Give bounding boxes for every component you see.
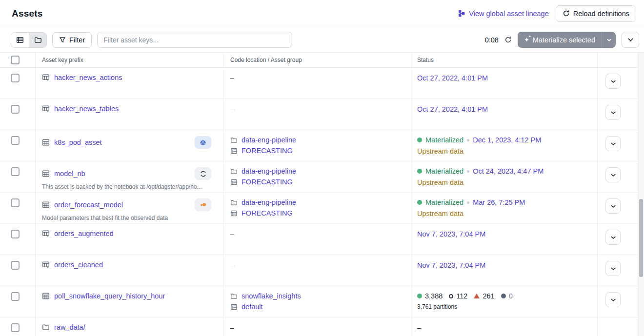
status-date-link[interactable]: Mar 26, 7:25 PM	[473, 198, 525, 206]
table-row: hacker_news_actions – Oct 27, 2022, 4:01…	[0, 68, 644, 99]
row-actions-chevron-button[interactable]	[605, 261, 621, 276]
partition-counts: 3,388 112 261 0	[417, 292, 597, 300]
row-checkbox[interactable]	[11, 323, 20, 332]
row-checkbox[interactable]	[11, 292, 20, 301]
column-status: Status	[417, 57, 434, 63]
status-date-link[interactable]: Nov 7, 2023, 7:04 PM	[417, 230, 485, 238]
table-view-button[interactable]	[11, 33, 29, 47]
table-row: orders_cleaned – Nov 7, 2023, 7:04 PM	[0, 255, 644, 286]
asset-group-link[interactable]: FORECASTING	[242, 209, 293, 217]
filter-button[interactable]: Filter	[52, 32, 92, 48]
row-actions-chevron-button[interactable]	[605, 198, 621, 214]
materialize-split-button: ✦ Materialize selected	[518, 32, 616, 48]
code-location-link[interactable]: snowflake_insights	[242, 292, 301, 300]
asset-link[interactable]: hacker_news_actions	[54, 74, 122, 81]
separator-dot-icon	[467, 201, 469, 204]
kubernetes-icon: ☸	[195, 136, 211, 149]
noteable-dots-icon	[195, 198, 211, 211]
folder-icon	[230, 137, 238, 144]
folder-icon	[230, 199, 238, 206]
status-label: Materialized	[425, 136, 463, 144]
asset-link[interactable]: k8s_pod_asset	[54, 138, 102, 146]
reload-icon	[563, 10, 570, 17]
filter-funnel-icon	[59, 37, 66, 43]
search-input[interactable]	[97, 32, 292, 48]
asset-link[interactable]: orders_cleaned	[54, 261, 103, 269]
missing-count: 0	[501, 292, 513, 300]
table-row: hacker_news_tables – Oct 27, 2022, 4:01 …	[0, 99, 644, 130]
asset-group-table-icon	[42, 230, 50, 237]
asset-link[interactable]: model_nb	[54, 170, 85, 178]
filter-button-label: Filter	[69, 36, 85, 44]
row-actions-chevron-button[interactable]	[605, 167, 621, 182]
column-code-location: Code location / Asset group	[230, 57, 302, 63]
code-location-empty: –	[230, 261, 234, 269]
row-checkbox[interactable]	[11, 74, 20, 82]
materialized-dot-icon	[417, 294, 422, 298]
failed-triangle-icon	[474, 294, 480, 298]
row-actions-chevron-button[interactable]	[605, 136, 621, 151]
row-actions-chevron-button[interactable]	[605, 74, 621, 89]
assets-page: Assets View global asset lineage	[0, 0, 644, 336]
row-checkbox[interactable]	[11, 167, 20, 176]
asset-group-link[interactable]: default	[242, 303, 263, 311]
upstream-data-note: Upstream data	[417, 147, 597, 155]
asset-link[interactable]: order_forecast_model	[54, 201, 123, 209]
lineage-link-label: View global asset lineage	[469, 10, 548, 18]
row-actions-chevron-button[interactable]	[605, 105, 621, 120]
asset-group-link[interactable]: FORECASTING	[242, 178, 293, 186]
row-checkbox[interactable]	[11, 198, 20, 207]
row-checkbox[interactable]	[11, 136, 20, 145]
asset-link[interactable]: hacker_news_tables	[54, 105, 119, 113]
status-empty: –	[417, 324, 421, 332]
missing-dot-icon	[501, 294, 506, 298]
code-location-link[interactable]: data-eng-pipeline	[242, 136, 296, 144]
materialize-button-label: Materialize selected	[533, 36, 595, 44]
status-date-link[interactable]: Dec 1, 2023, 4:12 PM	[473, 136, 541, 144]
assets-toolbar: Filter 0:08 ✦ Materialize selected	[0, 27, 644, 52]
select-all-checkbox[interactable]	[11, 56, 20, 64]
assets-table: Asset key prefix Code location / Asset g…	[0, 52, 644, 336]
status-date-link[interactable]: Oct 27, 2022, 4:01 PM	[417, 105, 488, 113]
folder-view-button[interactable]	[29, 33, 46, 47]
row-checkbox[interactable]	[11, 261, 20, 270]
separator-dot-icon	[467, 139, 469, 141]
status-date-link[interactable]: Nov 7, 2023, 7:04 PM	[417, 261, 485, 269]
materialize-selected-button[interactable]: ✦ Materialize selected	[518, 32, 602, 48]
materialized-dot-icon	[417, 200, 422, 205]
asset-table-icon	[42, 138, 50, 146]
asset-link[interactable]: poll_snowflake_query_history_hour	[54, 292, 165, 300]
scrollbar-thumb[interactable]	[639, 199, 643, 277]
asset-table-icon	[42, 201, 50, 209]
lineage-graph-icon	[458, 10, 465, 17]
observed-count: 112	[449, 292, 467, 300]
page-header: Assets View global asset lineage	[0, 0, 644, 27]
materialize-sparkle-icon: ✦	[524, 37, 529, 43]
asset-group-table-icon	[42, 261, 50, 269]
asset-group-icon	[230, 147, 238, 155]
status-date-link[interactable]: Oct 27, 2022, 4:01 PM	[417, 74, 488, 82]
row-actions-chevron-button[interactable]	[605, 292, 621, 307]
toolbar-more-chevron-button[interactable]	[622, 32, 639, 48]
asset-description: This asset is backed by the notebook at …	[42, 183, 211, 190]
row-checkbox[interactable]	[11, 230, 20, 238]
asset-group-icon	[230, 210, 238, 217]
row-checkbox[interactable]	[11, 105, 20, 114]
view-global-asset-lineage-link[interactable]: View global asset lineage	[458, 10, 548, 18]
asset-group-link[interactable]: FORECASTING	[242, 147, 293, 155]
code-location-empty: –	[230, 230, 234, 238]
refresh-icon[interactable]	[504, 36, 512, 43]
code-location-empty: –	[230, 324, 234, 332]
materialize-options-caret[interactable]	[602, 32, 616, 48]
reload-definitions-button[interactable]: Reload definitions	[556, 5, 636, 22]
code-location-link[interactable]: data-eng-pipeline	[242, 167, 296, 175]
asset-link[interactable]: raw_data/	[54, 323, 85, 331]
asset-table-icon	[42, 170, 50, 178]
asset-link[interactable]: orders_augmented	[54, 230, 114, 237]
row-actions-chevron-button[interactable]	[605, 230, 621, 245]
code-location-empty: –	[230, 74, 234, 82]
code-location-link[interactable]: data-eng-pipeline	[242, 198, 296, 206]
status-date-link[interactable]: Oct 24, 2023, 4:47 PM	[473, 167, 543, 175]
asset-description: Model parameters that best fit the obser…	[42, 215, 211, 221]
failed-count: 261	[474, 292, 494, 300]
